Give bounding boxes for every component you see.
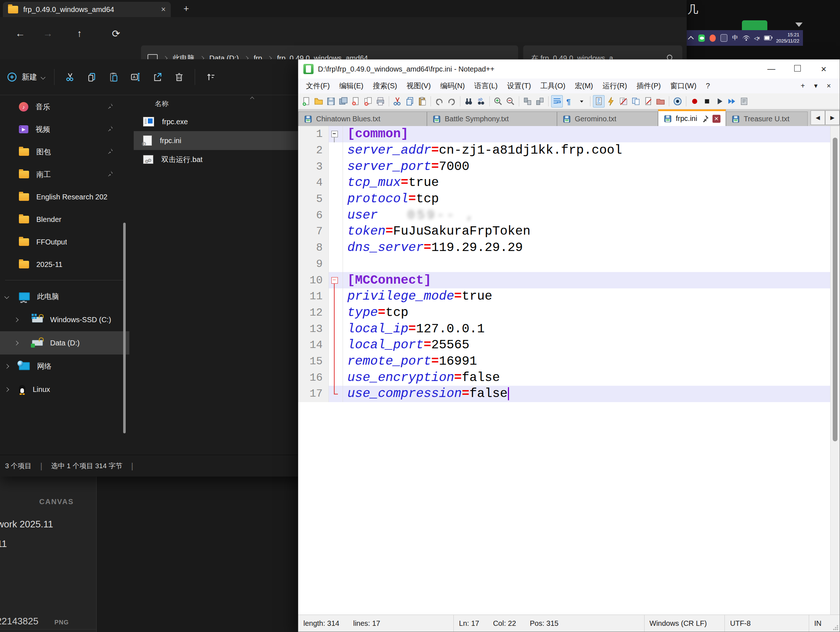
editor-line[interactable]: 4tcp_mux=true (298, 175, 840, 191)
expander-chevron-icon[interactable] (14, 316, 18, 323)
editor-line[interactable]: 17use_compression=false (298, 386, 840, 402)
menu-item[interactable]: 视图(V) (403, 80, 435, 92)
editor-tab-active[interactable]: frpc.ini✕ (658, 109, 726, 126)
replace-icon[interactable]: ab (475, 95, 487, 107)
monitor-doc-icon[interactable] (643, 95, 654, 107)
editor-line[interactable]: 2server_addr=cn-zj1-a81dj1kk.frp.cool (298, 142, 840, 159)
battery-icon[interactable] (764, 36, 771, 40)
cut-icon[interactable] (64, 71, 76, 83)
zoom-out-icon[interactable] (505, 95, 516, 107)
menu-item[interactable]: 搜索(S) (369, 80, 401, 92)
sort-icon[interactable] (205, 71, 217, 83)
run-macro-icon[interactable] (726, 95, 737, 107)
editor-tab[interactable]: Chinatown Blues.txt (298, 112, 427, 126)
resize-grip[interactable] (833, 625, 838, 630)
sidebar-tree-item[interactable]: Windows-SSD (C:) (0, 308, 129, 331)
menu-item[interactable]: 文件(F) (302, 80, 334, 92)
editor-line[interactable]: 7token=FuJuSakuraFrpToken (298, 223, 840, 240)
code-line[interactable]: remote_port=16991 (343, 353, 840, 370)
zoom-in-icon[interactable] (492, 95, 504, 107)
wifi-icon[interactable] (743, 36, 749, 41)
code-line[interactable]: [MCConnect] (343, 272, 840, 288)
editor-line[interactable]: 15remote_port=16991 (298, 353, 840, 370)
code-line[interactable]: server_port=7000 (343, 158, 840, 175)
dropdown-icon[interactable] (576, 95, 587, 107)
menu-item[interactable]: 编码(N) (436, 80, 469, 92)
menu-item[interactable]: 宏(M) (571, 80, 597, 92)
code-line[interactable]: privilege_mode=true (343, 288, 840, 305)
column-header-name[interactable]: 名称 (134, 96, 298, 112)
code-line[interactable]: local_port=25565 (343, 337, 840, 353)
tab-plus-button[interactable]: + (801, 82, 805, 90)
code-line[interactable]: server_addr=cn-zj1-a81dj1kk.frp.cool (343, 142, 840, 159)
editor-line[interactable]: 16use_encryption=false (298, 369, 840, 386)
doc-switcher-icon[interactable] (605, 95, 617, 107)
tab-close-icon[interactable]: × (161, 5, 166, 14)
fold-margin[interactable] (329, 126, 343, 142)
sidebar-scrollbar[interactable] (123, 223, 126, 433)
editor-line[interactable]: 3server_port=7000 (298, 158, 840, 175)
notepadpp-title-bar[interactable]: D:\frp\frp_0.49.0_windows_amd64\frpc.ini… (298, 60, 840, 79)
fold-margin[interactable] (329, 386, 343, 402)
stop-macro-icon[interactable] (701, 95, 713, 107)
scrollbar-thumb[interactable] (833, 138, 837, 441)
code-line[interactable]: type=tcp (343, 305, 840, 321)
view-eye-icon[interactable] (672, 95, 684, 107)
pin-tab-icon[interactable] (701, 115, 709, 123)
copy-icon[interactable] (404, 95, 416, 107)
editor-line[interactable]: 5protocol=tcp (298, 191, 840, 207)
editor-line[interactable]: 9 (298, 256, 840, 273)
fold-margin[interactable] (329, 353, 343, 370)
status-eol[interactable]: Windows (CR LF) (644, 615, 725, 632)
wechat-tray-icon[interactable] (698, 35, 705, 42)
close-all-icon[interactable] (362, 95, 374, 107)
maximize-button[interactable] (786, 64, 808, 74)
function-list-icon[interactable] (617, 95, 629, 107)
editor-line[interactable]: 12type=tcp (298, 305, 840, 321)
tray-expand-icon[interactable] (688, 36, 693, 42)
sidebar-tree-item[interactable]: Linux (0, 378, 129, 401)
editor-tab[interactable]: Geromino.txt (557, 112, 658, 126)
file-row[interactable]: 双击运行.bat (134, 150, 298, 169)
sync-v-icon[interactable] (522, 95, 534, 107)
volume-muted-icon[interactable]: ◁× (754, 35, 759, 41)
play-macro-icon[interactable] (714, 95, 725, 107)
paste-icon[interactable] (416, 95, 428, 107)
paste-icon[interactable] (107, 71, 120, 83)
code-line[interactable]: tcp_mux=true (343, 175, 840, 191)
fold-margin[interactable] (329, 288, 343, 305)
sidebar-tree-item[interactable]: 此电脑 (0, 285, 129, 308)
code-line[interactable]: local_ip=127.0.0.1 (343, 321, 840, 337)
background-app-item[interactable]: work 2025.11 (0, 519, 53, 530)
tab-close-icon[interactable]: ✕ (712, 115, 720, 123)
copy-icon[interactable] (86, 71, 98, 83)
rename-icon[interactable]: A (129, 71, 142, 83)
fold-margin[interactable] (329, 369, 343, 386)
show-all-chars-icon[interactable]: ¶ (564, 95, 575, 107)
code-line[interactable] (343, 256, 840, 273)
editor-line[interactable]: 10[MCConnect] (298, 272, 840, 288)
up-button[interactable]: ↑ (77, 28, 82, 39)
minimize-button[interactable]: — (760, 64, 782, 74)
editor-tab[interactable]: Battle Symphony.txt (427, 112, 557, 126)
undo-icon[interactable] (433, 95, 445, 107)
word-wrap-icon[interactable] (551, 95, 563, 107)
close-file-icon[interactable] (350, 95, 362, 107)
fold-margin[interactable] (329, 272, 343, 288)
refresh-button[interactable]: ⟳ (112, 28, 120, 39)
doc-map-icon[interactable] (593, 95, 605, 107)
editor-line[interactable]: 11privilege_mode=true (298, 288, 840, 305)
new-file-icon[interactable] (300, 95, 312, 107)
fold-margin[interactable] (329, 321, 343, 337)
tab-list-caret[interactable]: ▼ (813, 83, 819, 89)
menu-item[interactable]: 窗口(W) (666, 80, 701, 92)
app-tray-icon[interactable] (710, 35, 716, 42)
status-encoding[interactable]: UTF-8 (725, 615, 809, 632)
editor-line[interactable]: 1[common] (298, 126, 840, 142)
sidebar-item-folder[interactable]: FFOutput (0, 231, 129, 253)
close-button[interactable]: × (813, 63, 835, 75)
editor-line[interactable]: 8dns_server=119.29.29.29 (298, 240, 840, 256)
editor-line[interactable]: 13local_ip=127.0.0.1 (298, 321, 840, 337)
new-tab-button[interactable]: + (183, 3, 189, 14)
explorer-tab[interactable]: frp_0.49.0_windows_amd64 × (3, 2, 171, 17)
